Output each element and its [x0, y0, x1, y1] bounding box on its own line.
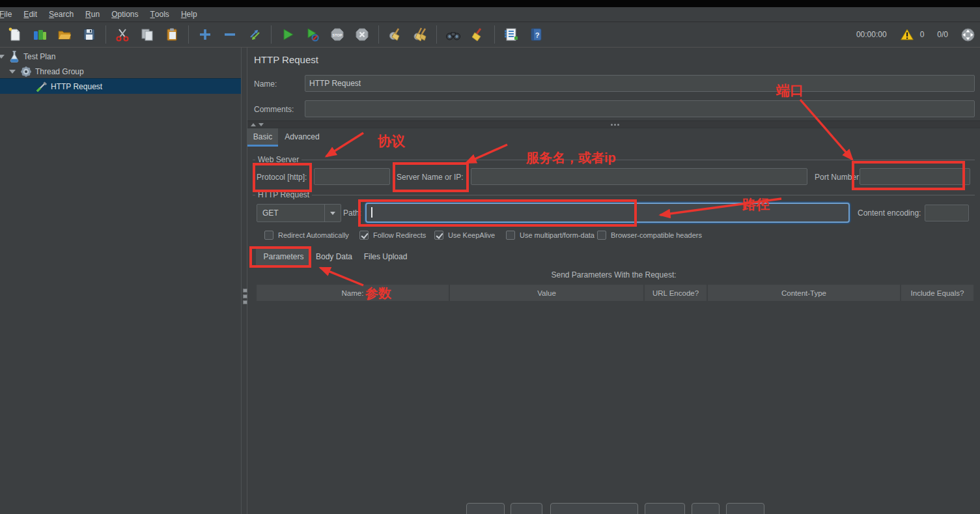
- clear-all-icon[interactable]: [412, 26, 428, 43]
- table-button-2[interactable]: [511, 503, 542, 514]
- column-header-value[interactable]: Value: [450, 285, 645, 301]
- tab-accent-underline: [247, 145, 278, 147]
- menu-edit[interactable]: Edit: [18, 7, 43, 21]
- test-plan-icon: [8, 50, 21, 63]
- tab-body-data[interactable]: Body Data: [314, 248, 354, 265]
- tree-item-label: HTTP Request: [51, 82, 102, 91]
- column-header-url-encode[interactable]: URL Encode?: [645, 285, 708, 301]
- remove-icon[interactable]: [222, 26, 238, 43]
- open-icon[interactable]: [57, 26, 72, 43]
- port-label: Port Number:: [815, 173, 861, 182]
- name-input[interactable]: [305, 75, 975, 92]
- protocol-input[interactable]: [314, 168, 390, 185]
- tree-main-splitter[interactable]: [241, 48, 247, 514]
- checkbox-browser-compatible-headers[interactable]: Browser-compatible headers: [597, 230, 702, 240]
- splitter-grip[interactable]: [611, 124, 619, 126]
- http-request-group-border: [253, 195, 975, 195]
- server-name-input[interactable]: [471, 168, 807, 185]
- table-button-6[interactable]: [726, 503, 764, 514]
- menu-tools[interactable]: Tools: [145, 7, 175, 21]
- checkbox-checked-icon[interactable]: [434, 231, 443, 240]
- path-input[interactable]: [365, 203, 850, 223]
- start-icon[interactable]: [280, 26, 296, 43]
- toggle-icon[interactable]: [247, 26, 262, 43]
- search-icon[interactable]: [445, 26, 461, 43]
- function-helper-icon[interactable]: [503, 26, 519, 43]
- svg-text:STOP: STOP: [333, 33, 343, 37]
- new-file-icon[interactable]: [7, 26, 23, 43]
- shutdown-icon[interactable]: [354, 26, 370, 43]
- copy-icon[interactable]: [139, 26, 155, 43]
- warning-icon[interactable]: [900, 28, 914, 41]
- menu-search[interactable]: Search: [43, 7, 79, 21]
- content-encoding-input[interactable]: [925, 205, 969, 221]
- search-reset-icon[interactable]: [470, 26, 486, 43]
- horizontal-splitter[interactable]: [247, 121, 980, 128]
- table-button-5[interactable]: [692, 503, 720, 514]
- toolbar: STOP ?: [0, 22, 980, 48]
- remote-start-icon[interactable]: [961, 28, 975, 42]
- tab-files-upload[interactable]: Files Upload: [359, 248, 412, 265]
- jmeter-window: File Edit Search Run Options Tools Help …: [0, 0, 980, 514]
- tab-parameters[interactable]: Parameters: [256, 248, 311, 265]
- chevron-down-icon: [330, 212, 335, 215]
- tree-item-http-request[interactable]: HTTP Request: [0, 78, 241, 94]
- menu-options[interactable]: Options: [105, 7, 144, 21]
- method-value: GET: [257, 208, 324, 218]
- start-no-pauses-icon[interactable]: [305, 26, 320, 43]
- name-label: Name:: [254, 79, 277, 89]
- toolbar-separator: [436, 25, 437, 44]
- toolbar-separator: [188, 25, 189, 44]
- thread-group-icon: [20, 65, 33, 78]
- menu-file[interactable]: File: [0, 7, 18, 21]
- test-plan-tree: Test Plan Thread Group HTTP Request: [0, 48, 241, 514]
- checkbox-icon[interactable]: [506, 231, 515, 240]
- dropdown-arrow-button[interactable]: [324, 205, 341, 221]
- cut-icon[interactable]: [115, 26, 130, 43]
- text-caret: [371, 207, 372, 218]
- annotation-text-server: 服务名，或者ip: [526, 149, 616, 167]
- log-error-count: 0: [920, 30, 925, 39]
- open-template-icon[interactable]: [32, 26, 48, 43]
- comments-label: Comments:: [254, 105, 294, 114]
- comments-input[interactable]: [305, 100, 975, 117]
- splitter-collapse-down-icon[interactable]: [259, 123, 264, 126]
- thread-count: 0/0: [937, 30, 948, 39]
- tab-advanced[interactable]: Advanced: [278, 128, 326, 145]
- window-title-strip: [0, 0, 980, 7]
- help-icon[interactable]: ?: [528, 26, 544, 43]
- checkbox-redirect-automatically[interactable]: Redirect Automatically: [264, 230, 349, 240]
- send-params-caption: Send Parameters With the Request:: [247, 270, 980, 279]
- splitter-grip[interactable]: [243, 289, 247, 304]
- add-icon[interactable]: [197, 26, 213, 43]
- tab-basic[interactable]: Basic: [247, 128, 278, 145]
- paste-icon[interactable]: [164, 26, 180, 43]
- menu-help[interactable]: Help: [175, 7, 203, 21]
- checkbox-use-multipart[interactable]: Use multipart/form-data: [506, 230, 595, 240]
- stop-icon[interactable]: STOP: [329, 26, 345, 43]
- method-dropdown[interactable]: GET: [257, 204, 341, 222]
- column-header-content-type[interactable]: Content-Type: [708, 285, 901, 301]
- column-header-include-equals[interactable]: Include Equals?: [901, 285, 973, 301]
- collapse-arrow-icon[interactable]: [9, 70, 16, 74]
- column-header-name[interactable]: Name:: [257, 285, 450, 301]
- checkbox-follow-redirects[interactable]: Follow Redirects: [359, 230, 426, 240]
- table-button-3[interactable]: [550, 503, 638, 514]
- menu-run[interactable]: Run: [79, 7, 105, 21]
- checkbox-icon[interactable]: [264, 231, 273, 240]
- table-button-1[interactable]: [466, 503, 505, 514]
- toolbar-separator: [378, 25, 379, 44]
- tree-item-thread-group[interactable]: Thread Group: [0, 64, 241, 79]
- checkbox-icon[interactable]: [597, 231, 606, 240]
- checkbox-checked-icon[interactable]: [359, 231, 369, 240]
- tree-item-test-plan[interactable]: Test Plan: [0, 49, 241, 64]
- http-request-panel: HTTP Request Name: Comments: Basic Advan…: [247, 48, 980, 514]
- checkbox-use-keepalive[interactable]: Use KeepAlive: [434, 230, 495, 240]
- page-title: HTTP Request: [254, 54, 318, 65]
- splitter-collapse-up-icon[interactable]: [251, 123, 256, 126]
- collapse-arrow-icon[interactable]: [0, 55, 5, 59]
- clear-icon[interactable]: [387, 26, 403, 43]
- save-icon[interactable]: [81, 26, 97, 43]
- table-button-4[interactable]: [645, 503, 685, 514]
- port-input[interactable]: [860, 168, 970, 185]
